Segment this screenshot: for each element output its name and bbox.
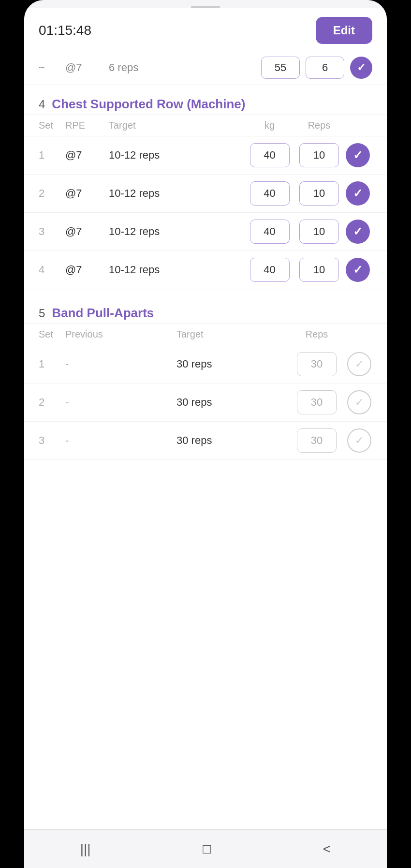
reps-input[interactable]: 10 <box>299 181 339 206</box>
reps-input[interactable]: 10 <box>299 220 339 244</box>
col-header-target: Target <box>176 329 288 340</box>
col-header-reps: Reps <box>288 329 346 340</box>
partial-check-icon[interactable] <box>350 57 372 79</box>
complete-check[interactable] <box>346 181 370 206</box>
col-header-set: Set <box>39 120 65 131</box>
edit-button[interactable]: Edit <box>316 17 372 44</box>
menu-icon[interactable]: ||| <box>80 841 91 857</box>
col-header-kg: kg <box>244 120 295 131</box>
set-target: 30 reps <box>176 434 288 447</box>
exercise4-number: 4 <box>39 98 45 111</box>
exercise4-title: Chest Supported Row (Machine) <box>52 97 245 112</box>
complete-check[interactable] <box>347 352 371 376</box>
col-header-reps: Reps <box>295 120 343 131</box>
set-target: 10-12 reps <box>109 149 244 162</box>
col-header-set: Set <box>39 329 65 340</box>
set-number: 1 <box>39 358 65 370</box>
kg-input[interactable]: 40 <box>250 181 290 206</box>
complete-check[interactable] <box>346 220 370 244</box>
exercise4-row-1: 1 @7 10-12 reps 40 10 <box>24 136 387 175</box>
exercise4-row-2: 2 @7 10-12 reps 40 10 <box>24 175 387 213</box>
col-header-previous: Previous <box>65 329 176 340</box>
set-number: 2 <box>39 187 65 200</box>
exercise5-row-2: 2 - 30 reps 30 <box>24 383 387 422</box>
exercise4-col-headers: Set RPE Target kg Reps <box>24 115 387 136</box>
partial-exercise-row: ~ @7 6 reps 55 6 <box>24 51 387 85</box>
col-header-rpe: RPE <box>65 120 109 131</box>
partial-set: ~ <box>39 61 65 74</box>
partial-kg-input[interactable]: 55 <box>261 57 300 79</box>
complete-check[interactable] <box>347 390 371 414</box>
set-target: 10-12 reps <box>109 264 244 276</box>
exercise5-number: 5 <box>39 307 45 320</box>
set-previous: - <box>65 434 176 447</box>
exercise5-header: 5 Band Pull-Aparts <box>24 294 387 324</box>
content-area: ~ @7 6 reps 55 6 4 Chest Supported Row (… <box>24 51 387 868</box>
exercise4-row-3: 3 @7 10-12 reps 40 10 <box>24 213 387 251</box>
reps-input[interactable]: 10 <box>299 143 339 167</box>
reps-input[interactable]: 30 <box>297 390 337 414</box>
partial-reps-input[interactable]: 6 <box>306 57 344 79</box>
kg-input[interactable]: 40 <box>250 220 290 244</box>
exercise5-col-headers: Set Previous Target Reps <box>24 324 387 345</box>
partial-target: 6 reps <box>109 61 261 74</box>
kg-input[interactable]: 40 <box>250 258 290 282</box>
bottom-nav: ||| □ < <box>24 829 387 868</box>
set-previous: - <box>65 358 176 370</box>
complete-check[interactable] <box>346 258 370 282</box>
set-number: 3 <box>39 434 65 447</box>
complete-check[interactable] <box>347 428 371 453</box>
exercise5-row-1: 1 - 30 reps 30 <box>24 345 387 383</box>
exercise4-header: 4 Chest Supported Row (Machine) <box>24 85 387 115</box>
complete-check[interactable] <box>346 143 370 167</box>
exercise4-row-4: 4 @7 10-12 reps 40 10 <box>24 251 387 289</box>
set-rpe: @7 <box>65 264 109 276</box>
partial-rpe: @7 <box>65 61 109 74</box>
set-number: 1 <box>39 149 65 162</box>
set-rpe: @7 <box>65 187 109 200</box>
set-number: 4 <box>39 264 65 276</box>
reps-input[interactable]: 10 <box>299 258 339 282</box>
set-rpe: @7 <box>65 225 109 238</box>
exercise5-title: Band Pull-Aparts <box>52 306 154 321</box>
exercise5-row-3: 3 - 30 reps 30 <box>24 422 387 460</box>
home-icon[interactable]: □ <box>203 841 211 857</box>
col-header-target: Target <box>109 120 244 131</box>
set-number: 3 <box>39 225 65 238</box>
reps-input[interactable]: 30 <box>297 352 337 376</box>
set-number: 2 <box>39 396 65 409</box>
top-bar: 01:15:48 Edit <box>24 8 387 51</box>
set-target: 30 reps <box>176 396 288 409</box>
set-target: 30 reps <box>176 358 288 370</box>
back-icon[interactable]: < <box>323 841 331 857</box>
set-target: 10-12 reps <box>109 225 244 238</box>
set-target: 10-12 reps <box>109 187 244 200</box>
kg-input[interactable]: 40 <box>250 143 290 167</box>
timer-display: 01:15:48 <box>39 23 91 38</box>
reps-input[interactable]: 30 <box>297 428 337 453</box>
set-previous: - <box>65 396 176 409</box>
set-rpe: @7 <box>65 149 109 162</box>
